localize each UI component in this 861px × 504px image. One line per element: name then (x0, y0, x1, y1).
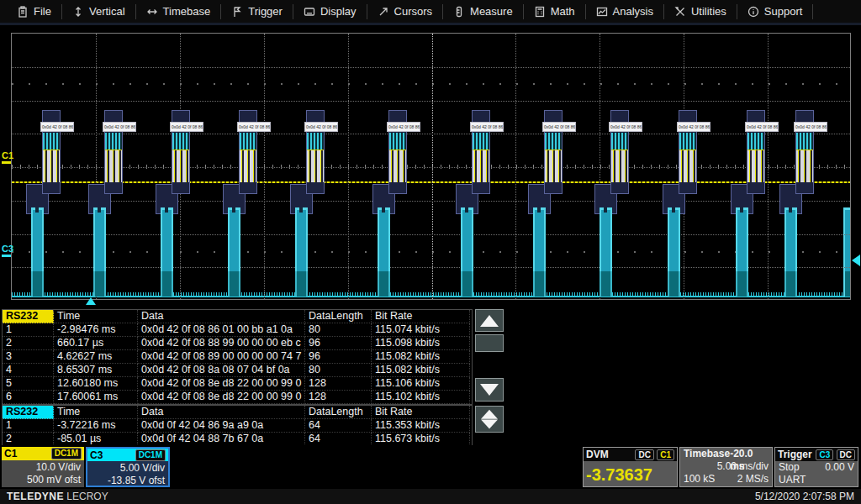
c1-burst-lower (172, 150, 189, 182)
grid-hline (12, 267, 850, 268)
table-row[interactable]: 512.60180 ms 0x0d 42 0f 08 8e d8 22 00 0… (3, 377, 472, 391)
menu-trigger[interactable]: Trigger (221, 0, 293, 24)
trigger-level: 0.00 V (825, 461, 854, 474)
c3-pulse-base (600, 271, 612, 297)
decode-text-flag: 0x0d 42 0f 08 86 01 0a (677, 122, 710, 132)
dvm-descriptor[interactable]: DVM DC C1 -3.73637 (583, 447, 678, 487)
menu-math[interactable]: Math (524, 0, 585, 24)
menu-file[interactable]: File (7, 0, 61, 24)
menu-cursors-label: Cursors (394, 5, 433, 18)
trigger-source-badge: C3 (816, 449, 833, 460)
c3-channel-descriptor[interactable]: C3 DC1M 5.00 V/div -13.85 V ofst (86, 447, 170, 487)
menu-utilities-label: Utilities (691, 5, 726, 18)
table1-scroll-thumb[interactable] (475, 334, 504, 352)
c1-burst-lower (105, 150, 122, 182)
c1-burst-lower (545, 150, 562, 182)
table1-scroll-down-button[interactable] (475, 378, 504, 402)
trigger-title: Trigger (778, 449, 812, 460)
table-row[interactable]: 48.65307 ms 0x0d 42 0f 08 8a 08 07 04 bf… (3, 364, 472, 377)
cursor-arrow-icon (378, 6, 389, 18)
minor-dot-row (12, 83, 850, 85)
menu-analysis[interactable]: Analysis (586, 0, 663, 24)
triangle-up-icon (480, 315, 499, 327)
decode-text-flag: 0x0d 42 0f 08 86 01 0a (237, 122, 271, 132)
menu-timebase[interactable]: Timebase (136, 0, 221, 24)
c1-offset-marker[interactable] (2, 161, 11, 164)
trigger-descriptor[interactable]: Trigger C3 DC Stop 0.00 V UART (774, 447, 858, 487)
c3-pulse (736, 207, 748, 271)
table-row[interactable]: 1-3.72216 ms 0x0d 0f 42 04 86 9a a9 0a64… (3, 419, 472, 433)
c1-burst-upper (105, 133, 122, 150)
c1-axis-label[interactable]: C1 (2, 150, 13, 160)
menu-timebase-label: Timebase (163, 5, 211, 18)
tools-icon (674, 6, 686, 18)
menu-measure[interactable]: Measure (443, 0, 523, 24)
menu-utilities[interactable]: Utilities (664, 0, 737, 24)
c3-pulse-base (784, 271, 797, 297)
c3-pulse-base (461, 271, 473, 297)
c1-channel-descriptor[interactable]: C1 DC1M 10.0 V/div 500 mV ofst (2, 447, 84, 487)
timebase-descriptor[interactable]: Timebase -20.0 ms 5.00 ms/div 100 kS 2 M… (679, 447, 773, 487)
menu-cursors[interactable]: Cursors (367, 0, 443, 24)
c3-pulse-base (736, 271, 748, 297)
graticule[interactable]: 0x0d 42 0f 08 86 01 0a0x0d 42 0f 08 86 0… (11, 33, 851, 300)
c1-burst-upper (611, 133, 628, 150)
c3-trace-baseline (12, 296, 850, 297)
c3-pulse-base (31, 271, 44, 297)
col-time: Time (54, 406, 138, 419)
trigger-level-marker[interactable] (852, 255, 860, 266)
oscilloscope-screen: File Vertical Timebase Trigger Display C… (0, 0, 861, 504)
c3-axis-label[interactable]: C3 (2, 244, 13, 254)
dvm-source-badge: C1 (657, 449, 674, 460)
table-row[interactable]: 2660.17 µs 0x0d 42 0f 08 88 99 00 00 00 … (3, 337, 472, 350)
c3-pulse (378, 207, 390, 271)
col-time: Time (54, 310, 138, 323)
timebase-samplerate: 2 MS/s (737, 473, 769, 486)
grid-vline (348, 34, 349, 299)
trigger-time-marker[interactable] (86, 297, 96, 305)
c3-offset-marker[interactable] (2, 255, 11, 257)
status-bar: TELEDYNE LECROY 5/12/2020 2:07:58 PM (0, 489, 861, 504)
brand-teledyne: TELEDYNE (7, 491, 64, 502)
c1-trace-baseline (12, 181, 850, 183)
c1-offset: 500 mV ofst (5, 474, 81, 486)
col-bitrate: Bit Rate (372, 406, 470, 419)
timebase-title: Timebase (684, 448, 730, 460)
menu-trigger-label: Trigger (248, 5, 283, 18)
col-data: Data (138, 310, 305, 323)
trigger-type: UART (779, 474, 806, 486)
menu-file-label: File (34, 5, 51, 18)
grid-hline (12, 101, 850, 102)
c3-offset: -13.85 V ofst (91, 475, 165, 487)
decode-text-flag: 0x0d 42 0f 08 86 01 0a (609, 122, 642, 132)
c1-burst-lower (473, 150, 489, 182)
table-row[interactable]: 617.60061 ms 0x0d 42 0f 08 8e d8 22 00 0… (3, 391, 472, 404)
grid-hline (12, 134, 850, 134)
grid-vline (264, 34, 265, 299)
c3-pulse (161, 207, 173, 271)
table-row[interactable]: 2-85.01 µs 0x0d 0f 42 04 88 7b 67 0a64 1… (3, 433, 472, 446)
c1-burst-lower (43, 150, 60, 182)
grid-vline (432, 34, 433, 299)
table1-scroll-up-button[interactable] (475, 309, 504, 332)
triangle-down-icon (481, 419, 498, 428)
brand-logo: TELEDYNE LECROY (7, 491, 108, 502)
table2-scroll-updown-button[interactable] (475, 406, 504, 433)
c3-pulse (600, 207, 612, 271)
menu-vertical[interactable]: Vertical (62, 0, 135, 24)
menu-separator (812, 4, 813, 19)
trigger-mode: Stop (779, 461, 800, 474)
c3-pulse-base (93, 271, 106, 297)
datetime: 5/12/2020 2:07:58 PM (755, 491, 854, 502)
table-row[interactable]: 1-2.98476 ms 0x0d 42 0f 08 86 01 00 bb a… (3, 323, 472, 337)
c1-coupling-badge: DC1M (51, 448, 82, 459)
table-row[interactable]: 34.62627 ms 0x0d 42 0f 08 89 00 00 00 00… (3, 350, 472, 364)
file-icon (17, 6, 29, 18)
menu-support[interactable]: Support (737, 0, 813, 24)
c3-pulse-base (228, 271, 240, 297)
menu-measure-label: Measure (470, 5, 513, 18)
c3-pulse (461, 207, 473, 271)
c1-burst-lower (611, 150, 628, 182)
menu-display[interactable]: Display (293, 0, 367, 24)
decode-text-flag: 0x0d 42 0f 08 86 01 0a (103, 122, 136, 132)
